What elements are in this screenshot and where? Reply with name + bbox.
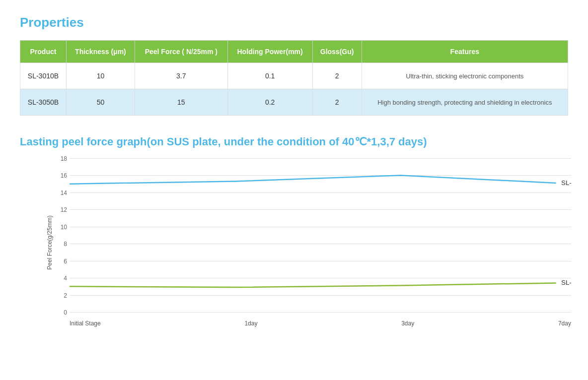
cell-0-3: 0.1: [227, 63, 312, 89]
chart-container: Peel Force(g/25mm) 024681012141618 SL-30…: [50, 158, 571, 347]
col-header-holding-power: Holding Power(mm): [227, 41, 312, 63]
col-header-thickness: Thickness (μm): [66, 41, 135, 63]
properties-table: Product Thickness (μm) Peel Force ( N/25…: [20, 40, 568, 116]
table-row: SL-3050B50150.22High bonding strength, p…: [20, 89, 568, 116]
y-tick-label: 14: [61, 190, 67, 196]
y-tick-label: 10: [61, 224, 67, 231]
y-tick-label: 2: [64, 292, 67, 299]
line-SL-3010B: [70, 283, 556, 287]
cell-features-1: High bonding strength, protecting and sh…: [362, 89, 568, 116]
col-header-features: Features: [362, 41, 568, 63]
x-axis-label: 1day: [244, 320, 257, 327]
col-header-product: Product: [20, 41, 67, 63]
y-tick-label: 8: [64, 241, 67, 248]
properties-title: Properties: [20, 15, 568, 30]
chart-title: Lasting peel force graph(on SUS plate, u…: [20, 135, 568, 148]
cell-0-1: 10: [66, 63, 135, 89]
cell-1-2: 15: [135, 89, 227, 116]
cell-features-0: Ultra-thin, sticking electronic componen…: [362, 63, 568, 89]
legend-label-SL-3010B: SL-3010B: [561, 279, 571, 287]
chart-area: Peel Force(g/25mm) 024681012141618 SL-30…: [50, 158, 571, 327]
y-tick-label: 0: [64, 309, 67, 316]
cell-0-4: 2: [312, 63, 362, 89]
grid-line: 0: [70, 312, 571, 313]
cell-1-4: 2: [312, 89, 362, 116]
col-header-gloss: Gloss(Gu): [312, 41, 362, 63]
cell-1-0: SL-3050B: [20, 89, 67, 116]
cell-0-0: SL-3010B: [20, 63, 67, 89]
cell-1-3: 0.2: [227, 89, 312, 116]
cell-0-2: 3.7: [135, 63, 227, 89]
chart-svg: SL-3050BSL-3010B: [70, 158, 571, 312]
y-tick-label: 12: [61, 206, 67, 213]
x-axis-label: Initial Stage: [70, 320, 101, 327]
line-SL-3050B: [70, 175, 556, 184]
x-axis-label: 3day: [401, 320, 414, 327]
cell-1-1: 50: [66, 89, 135, 116]
y-tick-label: 16: [61, 172, 67, 179]
table-row: SL-3010B103.70.12Ultra-thin, sticking el…: [20, 63, 568, 89]
legend-label-SL-3050B: SL-3050B: [561, 179, 571, 187]
x-axis: Initial Stage1day3day7day: [70, 320, 571, 327]
y-tick-label: 18: [61, 155, 67, 162]
y-tick-label: 4: [64, 275, 67, 282]
y-tick-label: 6: [64, 258, 67, 265]
x-axis-label: 7day: [558, 320, 571, 327]
col-header-peel-force: Peel Force ( N/25mm ): [135, 41, 227, 63]
y-axis-label: Peel Force(g/25mm): [46, 215, 53, 269]
